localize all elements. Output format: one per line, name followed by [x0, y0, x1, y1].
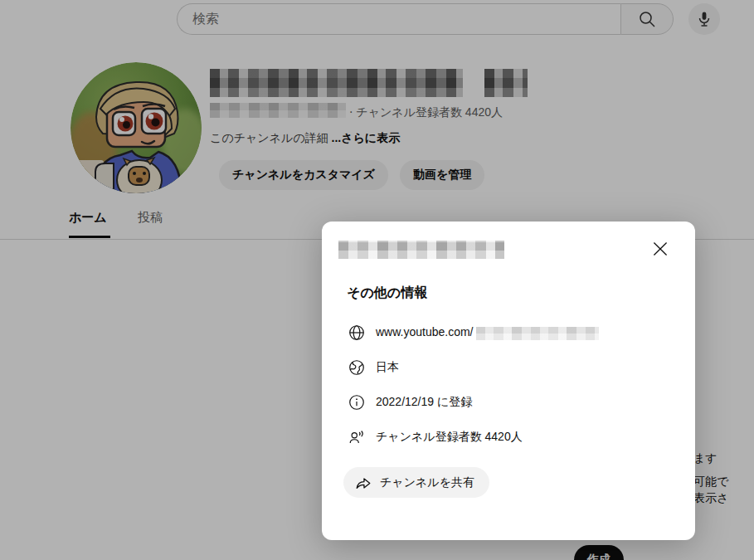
modal-title-blurred: [338, 241, 504, 259]
subscribers-text: チャンネル登録者数 4420人: [376, 430, 523, 445]
join-date-row: 2022/12/19 に登録: [347, 392, 472, 412]
modal-heading: その他の情報: [347, 285, 427, 302]
subscribers-row: チャンネル登録者数 4420人: [347, 427, 523, 447]
country-text: 日本: [376, 360, 399, 375]
close-icon: [649, 238, 671, 260]
share-channel-button[interactable]: チャンネルを共有: [343, 467, 489, 498]
join-date-text: 2022/12/19 に登録: [376, 395, 472, 410]
country-row: 日本: [347, 358, 399, 377]
info-icon: [347, 392, 367, 412]
channel-link-row[interactable]: www.youtube.com/: [347, 323, 599, 343]
channel-url-text[interactable]: www.youtube.com/: [376, 325, 599, 339]
globe-icon: [347, 323, 367, 343]
share-icon: [354, 474, 372, 492]
channel-url-blurred: [476, 327, 599, 340]
close-button[interactable]: [649, 237, 672, 261]
share-button-label: チャンネルを共有: [380, 475, 474, 490]
about-channel-modal: その他の情報 www.youtube.com/ 日本 2022/12/19 に登…: [322, 222, 695, 540]
subscribers-icon: [347, 427, 367, 447]
earth-icon: [347, 358, 367, 377]
